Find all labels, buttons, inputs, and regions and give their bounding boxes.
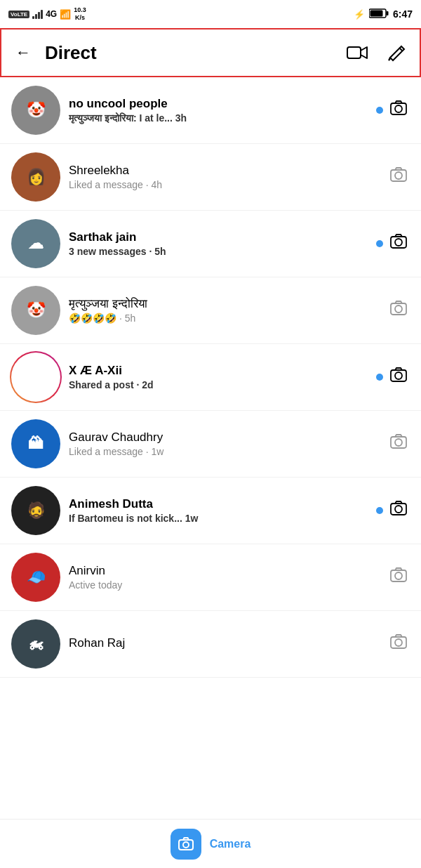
conv-preview: 3 new messages · 5h	[69, 246, 368, 257]
svg-rect-1	[386, 11, 388, 15]
list-item[interactable]: 👓X Æ A-XiiShared a post · 2d	[0, 344, 421, 411]
list-item[interactable]: 🏔Gaurav ChaudhryLiked a message · 1w	[0, 411, 421, 478]
unread-dot	[376, 107, 383, 114]
battery-level	[369, 8, 389, 20]
svg-point-21	[395, 572, 402, 579]
avatar: 🤡	[11, 86, 60, 135]
status-right: ⚡ 6:47	[354, 8, 413, 20]
conv-right	[390, 300, 410, 321]
conv-name: Animesh Dutta	[69, 497, 368, 511]
avatar: 🏍	[11, 619, 60, 669]
story-ring	[10, 351, 62, 403]
avatar-image: 🤡	[11, 286, 60, 335]
avatar-image: 👩	[11, 152, 60, 202]
svg-point-7	[395, 105, 402, 112]
camera-icon[interactable]	[390, 100, 410, 121]
conv-right	[376, 233, 410, 254]
camera-icon[interactable]	[390, 567, 410, 588]
list-item[interactable]: 🧢AnirvinActive today	[0, 544, 421, 611]
video-call-button[interactable]	[344, 42, 370, 63]
conv-preview: If Bartomeu is not kick... 1w	[69, 513, 368, 524]
conv-info: Animesh DuttaIf Bartomeu is not kick... …	[69, 497, 368, 524]
avatar-image: 🧢	[11, 553, 60, 602]
conv-right	[376, 367, 410, 388]
svg-line-5	[399, 48, 402, 51]
svg-point-9	[395, 172, 402, 179]
bar4	[41, 10, 43, 19]
camera-label[interactable]: Camera	[210, 838, 251, 850]
svg-point-11	[395, 239, 402, 246]
svg-point-17	[395, 439, 402, 446]
svg-point-23	[395, 639, 402, 646]
bar3	[38, 12, 40, 19]
avatar: 👩	[11, 152, 60, 202]
list-item[interactable]: 🤡मृत्युञ्जया इन्दोरिया🤣🤣🤣🤣 · 5h	[0, 277, 421, 344]
conv-info: AnirvinActive today	[69, 564, 382, 591]
conv-info: Gaurav ChaudhryLiked a message · 1w	[69, 430, 382, 457]
conv-name: Gaurav Chaudhry	[69, 430, 382, 445]
conv-info: no uncool peopleमृत्युञ्जया इन्दोरिया: I…	[69, 97, 368, 124]
list-item[interactable]: 🏍Rohan Raj	[0, 611, 421, 678]
list-item[interactable]: 👩ShreelekhaLiked a message · 4h	[0, 144, 421, 211]
svg-rect-2	[370, 10, 382, 16]
conv-name: no uncool people	[69, 97, 368, 111]
back-button[interactable]: ←	[13, 41, 34, 65]
network-type: 4G	[46, 9, 57, 19]
avatar: 🤡	[11, 286, 60, 335]
avatar: 🧢	[11, 553, 60, 602]
conv-info: ShreelekhaLiked a message · 4h	[69, 164, 382, 190]
avatar-image: 🏔	[11, 419, 60, 468]
avatar-image: 🧔	[11, 486, 60, 535]
status-left: VoLTE 4G 📶 10.3 K/s	[8, 6, 86, 22]
header-right	[344, 41, 408, 65]
avatar-image: ☁	[11, 219, 60, 268]
conv-right	[376, 500, 410, 521]
wifi-icon: 📶	[60, 9, 71, 20]
list-item[interactable]: 🤡no uncool peopleमृत्युञ्जया इन्दोरिया: …	[0, 77, 421, 144]
conv-name: Anirvin	[69, 564, 382, 578]
conv-name: Sarthak jain	[69, 230, 368, 244]
svg-point-19	[395, 506, 402, 513]
svg-point-15	[395, 372, 402, 379]
camera-bottom-icon[interactable]	[171, 829, 201, 860]
conv-name: Shreelekha	[69, 164, 382, 178]
new-message-button[interactable]	[385, 41, 408, 65]
data-speed: 10.3 K/s	[74, 6, 86, 22]
conv-right	[376, 100, 410, 121]
unread-dot	[376, 507, 383, 514]
list-item[interactable]: ☁Sarthak jain3 new messages · 5h	[0, 211, 421, 277]
header: ← Direct	[0, 28, 421, 77]
avatar: 🧔	[11, 486, 60, 535]
camera-icon[interactable]	[390, 300, 410, 321]
camera-icon[interactable]	[390, 367, 410, 388]
camera-icon[interactable]	[390, 500, 410, 521]
conv-right	[390, 166, 410, 188]
avatar-image: 🤡	[11, 86, 60, 135]
unread-dot	[376, 240, 383, 247]
conv-preview: 🤣🤣🤣🤣 · 5h	[69, 313, 382, 324]
bluetooth-icon: ⚡	[354, 9, 365, 20]
svg-point-25	[183, 842, 189, 848]
bar1	[32, 16, 34, 19]
camera-icon[interactable]	[390, 633, 410, 655]
status-bar: VoLTE 4G 📶 10.3 K/s ⚡ 6:47	[0, 0, 421, 28]
conv-preview: मृत्युञ्जया इन्दोरिया: I at le... 3h	[69, 112, 368, 124]
bottom-bar: Camera	[0, 819, 421, 868]
conversation-list: 🤡no uncool peopleमृत्युञ्जया इन्दोरिया: …	[0, 77, 421, 678]
avatar: ☁	[11, 219, 60, 268]
conv-name: X Æ A-Xii	[69, 364, 368, 378]
svg-marker-4	[361, 47, 367, 58]
svg-point-13	[395, 305, 402, 313]
camera-icon[interactable]	[390, 166, 410, 188]
list-item[interactable]: 🧔Animesh DuttaIf Bartomeu is not kick...…	[0, 478, 421, 544]
conv-info: मृत्युञ्जया इन्दोरिया🤣🤣🤣🤣 · 5h	[69, 297, 382, 324]
avatar: 🏔	[11, 419, 60, 468]
bar2	[35, 14, 37, 19]
conv-info: Sarthak jain3 new messages · 5h	[69, 230, 368, 257]
camera-icon[interactable]	[390, 433, 410, 454]
camera-icon[interactable]	[390, 233, 410, 254]
conv-right	[390, 567, 410, 588]
conv-preview: Liked a message · 1w	[69, 446, 382, 457]
conv-preview: Shared a post · 2d	[69, 379, 368, 390]
conv-info: Rohan Raj	[69, 636, 382, 652]
